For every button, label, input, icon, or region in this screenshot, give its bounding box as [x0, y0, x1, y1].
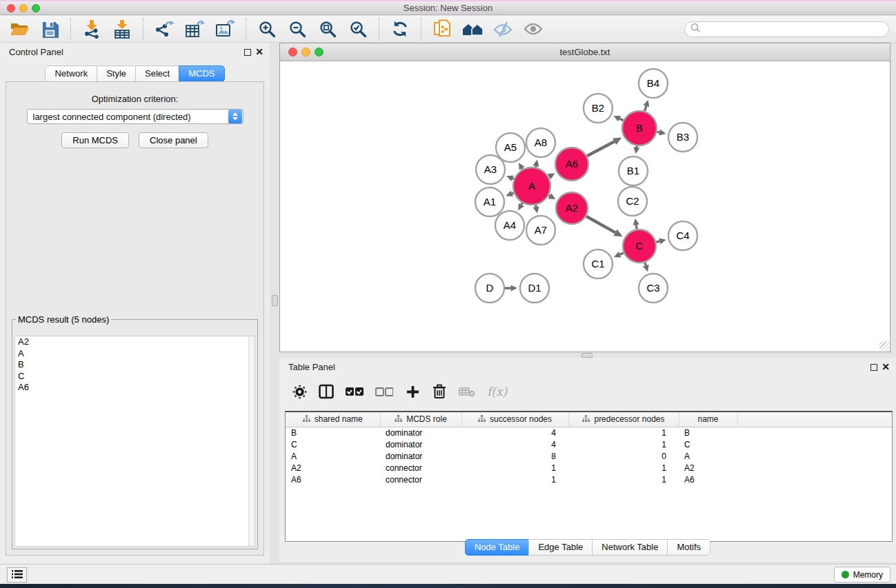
tab-style[interactable]: Style [97, 65, 136, 82]
network-canvas[interactable]: B4B2BB3A5A8A6B1A3AA1C2A2A4A7C4CC1C3DD1 [280, 61, 890, 352]
edge-A6-B[interactable] [587, 138, 621, 156]
network-minimize-button[interactable] [301, 48, 310, 57]
zoom-out-button[interactable] [285, 18, 310, 40]
node-C4[interactable]: C4 [668, 221, 697, 250]
edge-C-C4[interactable] [656, 239, 666, 245]
edge-B-B2[interactable] [614, 116, 624, 121]
zoom-fit-button[interactable] [315, 18, 340, 40]
run-mcds-button[interactable]: Run MCDS [61, 132, 129, 148]
close-panel-button[interactable]: Close panel [139, 132, 208, 148]
node-A8[interactable]: A8 [526, 128, 555, 157]
add-column-button[interactable] [405, 381, 420, 402]
network-zoom-button[interactable] [315, 48, 323, 57]
import-table-button[interactable] [110, 18, 135, 40]
zoom-in-button[interactable] [255, 18, 279, 40]
node-A6[interactable]: A6 [555, 148, 588, 181]
show-all-button[interactable] [521, 18, 546, 40]
search-input[interactable] [704, 23, 888, 36]
column-header-shared-name[interactable]: shared name [286, 412, 380, 427]
edge-B-B4[interactable] [644, 100, 650, 111]
apply-preferred-layout-button[interactable] [388, 18, 412, 40]
hide-selected-button[interactable] [490, 18, 515, 40]
network-close-button[interactable] [288, 48, 297, 57]
node-B[interactable]: B [622, 111, 657, 145]
edge-A-A1[interactable] [506, 191, 513, 197]
table-row[interactable]: Bdominator41B [286, 427, 892, 438]
edge-C-C2[interactable] [633, 219, 639, 230]
column-header-successor-nodes[interactable]: successor nodes [461, 412, 568, 427]
mcds-result-item[interactable]: A [15, 348, 255, 360]
mcds-result-list[interactable]: A2ABCA6 [14, 336, 255, 547]
node-C1[interactable]: C1 [584, 250, 613, 278]
node-A[interactable]: A [513, 168, 550, 205]
edge-B-B1[interactable] [633, 146, 639, 154]
edge-A-A8[interactable] [533, 160, 539, 168]
node-B1[interactable]: B1 [619, 156, 648, 185]
node-A4[interactable]: A4 [495, 211, 524, 240]
split-panel-button[interactable] [319, 381, 334, 402]
tab-select[interactable]: Select [135, 65, 179, 82]
node-C[interactable]: C [623, 230, 656, 263]
edge-D-D1[interactable] [505, 285, 517, 291]
edge-C-C3[interactable] [643, 263, 649, 272]
table-row[interactable]: Cdominator41C [286, 438, 892, 450]
vertical-splitter-handle[interactable] [272, 295, 278, 306]
tab-network-table[interactable]: Network Table [592, 539, 668, 556]
import-network-button[interactable] [79, 18, 104, 40]
task-history-button[interactable] [7, 567, 27, 582]
export-table-button[interactable] [182, 18, 207, 40]
node-A7[interactable]: A7 [526, 216, 555, 245]
export-network-button[interactable] [152, 18, 177, 40]
node-A1[interactable]: A1 [475, 187, 504, 216]
delete-column-button[interactable] [432, 381, 447, 402]
float-panel-icon[interactable] [244, 49, 251, 56]
node-A2[interactable]: A2 [556, 192, 588, 224]
table-row[interactable]: Adominator80A [286, 450, 892, 462]
export-image-button[interactable] [212, 18, 237, 40]
close-table-panel-icon[interactable]: ✕ [882, 361, 890, 372]
memory-button[interactable]: Memory [834, 567, 890, 582]
minimize-window-button[interactable] [19, 4, 28, 12]
horizontal-splitter-handle[interactable] [581, 353, 593, 358]
tab-mcds[interactable]: MCDS [179, 65, 224, 82]
column-header-name[interactable]: name [679, 412, 737, 427]
close-panel-icon[interactable]: ✕ [255, 46, 263, 57]
mcds-result-item[interactable]: C [15, 371, 255, 383]
mcds-result-item[interactable]: A2 [15, 336, 255, 348]
edge-A-A7[interactable] [533, 205, 539, 213]
criterion-dropdown[interactable]: largest connected component (directed) [27, 109, 243, 124]
save-session-button[interactable] [37, 18, 62, 40]
node-B4[interactable]: B4 [639, 69, 668, 98]
node-C2[interactable]: C2 [618, 187, 647, 216]
edge-A-A3[interactable] [506, 176, 514, 182]
mcds-result-item[interactable]: A6 [15, 382, 255, 394]
tab-node-table[interactable]: Node Table [465, 539, 530, 556]
deselect-all-rows-button[interactable] [375, 381, 393, 402]
column-header-mcds-role[interactable]: MCDS role [380, 412, 461, 427]
column-header-predecessor-nodes[interactable]: predecessor nodes [568, 412, 679, 427]
open-session-button[interactable] [7, 18, 32, 40]
node-A5[interactable]: A5 [496, 133, 525, 162]
node-D1[interactable]: D1 [520, 274, 549, 303]
tab-edge-table[interactable]: Edge Table [528, 539, 593, 556]
zoom-window-button[interactable] [32, 4, 40, 12]
float-table-panel-icon[interactable] [870, 364, 877, 371]
mcds-result-item[interactable]: B [15, 359, 255, 371]
node-B2[interactable]: B2 [584, 94, 613, 123]
node-B3[interactable]: B3 [668, 123, 697, 152]
new-network-from-selection-button[interactable] [430, 18, 455, 40]
scrollbar-track[interactable] [248, 336, 255, 546]
node-A3[interactable]: A3 [476, 155, 505, 184]
edge-B-B3[interactable] [657, 130, 666, 136]
select-all-rows-button[interactable] [346, 381, 364, 402]
edge-A-A4[interactable] [518, 203, 524, 210]
table-row[interactable]: A6connector11A6 [286, 474, 892, 485]
table-mode-settings-button[interactable] [292, 381, 307, 402]
tab-motifs[interactable]: Motifs [667, 539, 710, 556]
tab-network[interactable]: Network [45, 65, 97, 82]
resize-grip[interactable] [879, 341, 889, 351]
node-C3[interactable]: C3 [639, 274, 668, 303]
edge-A2-C[interactable] [586, 216, 623, 237]
table-row[interactable]: A2connector11A2 [286, 462, 892, 474]
zoom-selected-button[interactable] [346, 18, 370, 40]
